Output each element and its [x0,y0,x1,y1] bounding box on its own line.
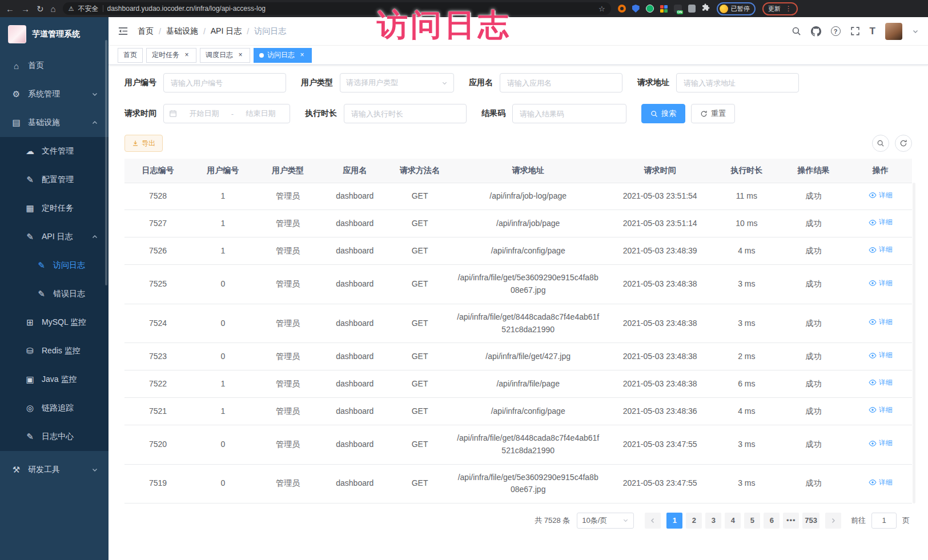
user-id-input[interactable] [163,73,286,92]
sidebar-item-log-center[interactable]: ✎日志中心 [0,422,109,451]
tab-home[interactable]: 首页 [118,48,143,63]
sidebar-item-redis-monitor[interactable]: ⛁Redis 监控 [0,337,109,365]
app-name-input[interactable] [500,73,622,92]
request-url-input[interactable] [676,73,799,92]
detail-link[interactable]: 详细 [869,244,893,255]
request-time-range-picker[interactable]: 开始日期 - 结束日期 [163,104,290,123]
pager-page-753[interactable]: 753 [802,513,819,529]
reset-button[interactable]: 重置 [691,104,735,123]
start-date-placeholder[interactable]: 开始日期 [180,108,228,119]
browser-home-icon[interactable]: ⌂ [51,5,56,13]
breadcrumb-item[interactable]: API 日志 [211,26,242,37]
pager-prev-button[interactable] [645,513,661,529]
detail-link[interactable]: 详细 [869,190,893,201]
pager-page-2[interactable]: 2 [686,513,702,529]
user-type-select[interactable]: 请选择用户类型 [340,73,454,92]
export-button[interactable]: 导出 [124,135,163,152]
github-icon[interactable] [811,26,821,37]
url-text[interactable]: dashboard.yudao.iocoder.cn/infra/log/api… [107,5,594,13]
address-bar[interactable]: ⚠ 不安全 dashboard.yudao.iocoder.cn/infra/l… [63,2,611,15]
tab-close-icon[interactable]: × [183,51,191,59]
refresh-icon[interactable] [895,135,912,152]
cell-method: GET [388,210,451,237]
security-label[interactable]: 不安全 [78,4,99,14]
end-date-placeholder[interactable]: 结束日期 [237,108,284,119]
column-header: 操作 [849,159,912,183]
sidebar-item-error-log[interactable]: ✎错误日志 [0,280,109,308]
sidebar-item-home[interactable]: ⌂首页 [0,51,109,80]
sidebar: 芋道管理系统 ⌂首页⚙系统管理▤基础设施☁文件管理✎配置管理▦定时任务✎API … [0,17,109,560]
user-avatar[interactable] [885,23,902,40]
extension-on-badge-icon[interactable]: ON [674,5,682,13]
pager-next-button[interactable] [825,513,841,529]
sidebar-item-dev-tools[interactable]: ⚒研发工具 [0,456,109,484]
toggle-search-icon[interactable] [872,135,889,152]
extension-colorful-icon[interactable] [660,5,668,13]
pager-page-4[interactable]: 4 [725,513,741,529]
sidebar-item-infrastructure[interactable]: ▤基础设施 [0,108,109,137]
logo-row[interactable]: 芋道管理系统 [0,17,109,51]
hamburger-icon[interactable] [118,26,128,37]
chevron-down-icon[interactable] [912,28,919,35]
extension-gray-icon[interactable] [688,5,696,13]
forward-icon[interactable]: → [21,5,30,13]
search-button[interactable]: 搜索 [641,104,685,123]
page-size-select[interactable]: 10条/页 [577,513,634,529]
profile-paused-badge[interactable]: 已暂停 [717,2,756,15]
sidebar-item-config-management[interactable]: ✎配置管理 [0,166,109,194]
detail-link[interactable]: 详细 [869,477,893,488]
extension-green-icon[interactable] [646,5,654,13]
search-icon[interactable] [792,26,801,36]
reload-icon[interactable]: ↻ [37,5,44,13]
sidebar-item-system-management[interactable]: ⚙系统管理 [0,80,109,108]
pager-page-3[interactable]: 3 [705,513,721,529]
browser-menu-icon[interactable]: ⋮ [785,5,792,13]
detail-link[interactable]: 详细 [869,278,893,289]
table-scrollbar[interactable] [913,183,915,503]
sidebar-item-trace[interactable]: ◎链路追踪 [0,394,109,422]
config-edit-icon: ✎ [25,175,35,185]
breadcrumb-item[interactable]: 基础设施 [166,26,198,37]
fullscreen-icon[interactable] [850,26,860,36]
extension-shield-icon[interactable] [632,5,640,13]
tab-close-icon[interactable]: × [298,51,306,59]
sidebar-item-mysql-monitor[interactable]: ⊞MySQL 监控 [0,308,109,337]
update-button[interactable]: 更新 ⋮ [762,2,798,15]
cell-user_id: 1 [191,370,254,398]
cell-actions: 详细 [849,398,912,425]
bookmark-star-icon[interactable]: ☆ [598,5,605,13]
tab-job-log[interactable]: 调度日志× [200,48,250,63]
duration-input[interactable] [344,104,467,123]
sidebar-item-java-monitor[interactable]: ▣Java 监控 [0,365,109,394]
sidebar-item-api-log[interactable]: ✎API 日志 [0,223,109,251]
extensions-puzzle-icon[interactable] [702,3,710,14]
tab-job[interactable]: 定时任务× [146,48,196,63]
sidebar-item-scheduled-jobs[interactable]: ▦定时任务 [0,194,109,223]
pager-page-6[interactable]: 6 [764,513,780,529]
back-icon[interactable]: ← [6,5,14,13]
docs-question-icon[interactable]: ? [831,26,841,36]
breadcrumb-item[interactable]: 首页 [138,26,154,37]
font-size-icon[interactable]: T [870,26,875,37]
paused-label: 已暂停 [731,5,750,13]
cell-url: /api/infra/config/page [451,398,605,425]
extension-orange-icon[interactable] [618,5,626,13]
detail-link[interactable]: 详细 [869,350,893,361]
pager-page-1[interactable]: 1 [666,513,682,529]
tab-close-icon[interactable]: × [236,51,244,59]
address-divider [103,5,103,12]
sidebar-item-file-management[interactable]: ☁文件管理 [0,137,109,166]
detail-link[interactable]: 详细 [869,317,893,328]
infrastructure-icon: ▤ [11,118,21,128]
detail-link[interactable]: 详细 [869,377,893,388]
table-header-row: 日志编号用户编号用户类型应用名请求方法名请求地址请求时间执行时长操作结果操作 [124,159,912,183]
pager-page-5[interactable]: 5 [744,513,760,529]
result-code-input[interactable] [512,104,626,123]
detail-link[interactable]: 详细 [869,405,893,416]
detail-link[interactable]: 详细 [869,217,893,228]
goto-page-input[interactable] [871,513,897,529]
tab-api-access-log[interactable]: 访问日志× [254,48,312,63]
pager-more-button[interactable]: ••• [783,513,799,529]
detail-link[interactable]: 详细 [869,438,893,449]
sidebar-item-access-log[interactable]: ✎访问日志 [0,251,109,280]
